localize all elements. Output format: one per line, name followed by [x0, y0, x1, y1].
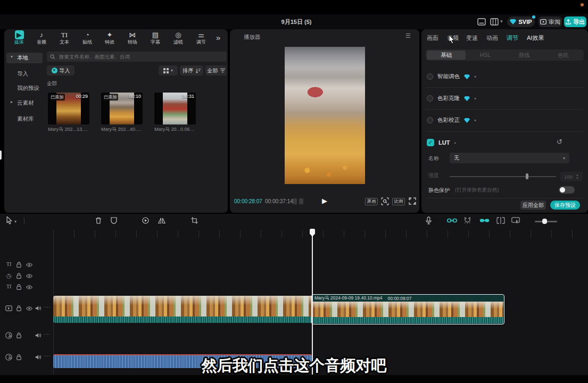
- lock-icon[interactable]: [16, 262, 21, 268]
- tool-filters[interactable]: ◎ 滤镜: [167, 30, 189, 47]
- export-button[interactable]: 导出: [564, 16, 586, 27]
- save-preset-button[interactable]: 保存预设: [550, 201, 580, 210]
- lut-name-select[interactable]: 无 ▾: [450, 153, 569, 163]
- subtab-color-wheel[interactable]: 色轮: [544, 51, 583, 60]
- play-button[interactable]: ▶: [322, 197, 327, 205]
- lock-icon[interactable]: [16, 305, 21, 311]
- tool-label: 媒体: [8, 39, 30, 45]
- tool-captions[interactable]: ▤ 字幕: [144, 30, 167, 47]
- sidebar-item-cloud[interactable]: ▸ 云素材: [6, 98, 43, 109]
- sidebar-item-local[interactable]: ▾ 本地: [6, 53, 43, 63]
- svip-button[interactable]: SVIP: [507, 16, 535, 27]
- tab-ai-effects[interactable]: AI效果: [527, 34, 544, 42]
- stepper-icon[interactable]: ▲▼: [576, 173, 579, 180]
- eye-icon[interactable]: [26, 306, 32, 311]
- titlebar: 9月15日 (5) ▾ SVIP 审阅 导出: [0, 0, 588, 29]
- tab-adjust[interactable]: 调节: [507, 34, 518, 42]
- row-color-correction[interactable]: 色彩校正 ▾: [427, 116, 583, 124]
- video-preview[interactable]: [285, 47, 365, 184]
- mask-icon[interactable]: [111, 217, 117, 224]
- ratio-button[interactable]: 比例: [392, 198, 405, 205]
- record-voiceover-icon[interactable]: [426, 217, 432, 224]
- speaker-icon[interactable]: [35, 332, 42, 338]
- select-tool-caret-icon[interactable]: ▾: [14, 217, 16, 227]
- tool-sticker[interactable]: ◔ 贴纸: [76, 30, 98, 47]
- tool-effects[interactable]: ✦ 特效: [98, 30, 121, 47]
- tab-animation[interactable]: 动画: [486, 34, 498, 42]
- sidebar-item-import[interactable]: 导入: [6, 69, 43, 79]
- speed-icon[interactable]: [142, 217, 149, 224]
- timeline-zoom-knob[interactable]: [542, 219, 547, 224]
- focus-zoom-icon[interactable]: [381, 197, 389, 205]
- layout-caret-icon[interactable]: ▾: [500, 19, 503, 24]
- audio-track-icon: [5, 332, 12, 339]
- lock-icon[interactable]: [16, 332, 21, 338]
- workspace-layout-icon[interactable]: [490, 18, 499, 26]
- select-tool-icon[interactable]: [6, 217, 13, 224]
- fullscreen-icon[interactable]: [409, 197, 416, 205]
- color-clone-toggle[interactable]: [427, 95, 433, 102]
- lut-reset-icon[interactable]: ↺: [557, 138, 562, 146]
- subtab-curves[interactable]: 曲线: [505, 51, 544, 60]
- timeline-ruler[interactable]: [53, 230, 588, 238]
- track-more-icon[interactable]: ···: [44, 331, 51, 337]
- project-title: 9月15日 (5): [241, 18, 352, 26]
- main-track-magnet-icon[interactable]: [447, 217, 457, 224]
- toolbar-divider: [24, 218, 24, 224]
- tab-speed[interactable]: 变速: [466, 34, 478, 42]
- search-input[interactable]: [58, 53, 218, 60]
- tool-media[interactable]: ▶ 媒体: [8, 30, 30, 47]
- player-layout-icon[interactable]: [477, 18, 486, 26]
- speaker-icon[interactable]: [35, 305, 42, 311]
- media-card[interactable]: 已添加 00:29 Mary马 202...13.01.mp4: [48, 93, 89, 132]
- tool-adjust[interactable]: ⚌ 调节: [190, 30, 212, 47]
- lut-strength-value-box[interactable]: 100 ▲▼: [560, 172, 583, 181]
- row-color-clone[interactable]: 色彩克隆 ▾: [427, 94, 583, 103]
- media-card[interactable]: 已添加 00:10 Mary马 202...40.10.mp4: [101, 93, 143, 132]
- selected-video-clip[interactable]: Mary马 2024-09-09 19.40.10.mp4 00:00:09:0…: [311, 294, 504, 324]
- tool-transitions[interactable]: ⋈ 转场: [121, 30, 144, 47]
- more-tools-icon[interactable]: »: [216, 33, 220, 42]
- tool-text[interactable]: TI 文本: [53, 30, 76, 47]
- sort-button[interactable]: 排序: [180, 65, 203, 76]
- player-menu-icon[interactable]: ☰: [405, 32, 411, 39]
- skin-protect-toggle[interactable]: [559, 186, 575, 194]
- caret-down-icon: ▾: [171, 68, 173, 73]
- auto-snap-icon[interactable]: [463, 217, 471, 224]
- color-correction-toggle[interactable]: [427, 117, 433, 123]
- subtab-basic[interactable]: 基础: [427, 51, 466, 60]
- apply-all-button[interactable]: 应用全部: [520, 201, 546, 210]
- import-button[interactable]: + 导入: [47, 65, 74, 76]
- review-button[interactable]: 审阅: [539, 16, 562, 27]
- row-smart-color[interactable]: 智能调色 ▾: [427, 72, 583, 81]
- mirror-icon[interactable]: [158, 217, 165, 224]
- sidebar-item-library[interactable]: 素材库: [6, 114, 43, 124]
- media-card[interactable]: 00:31 Mary马 20...0.06.mp4: [154, 93, 196, 132]
- crop-icon[interactable]: [191, 217, 198, 224]
- sidebar-item-my-presets[interactable]: 我的预设: [6, 83, 43, 94]
- tab-picture[interactable]: 画面: [427, 34, 438, 42]
- lut-strength-slider-handle[interactable]: [526, 173, 528, 179]
- quality-button[interactable]: 原画: [365, 198, 378, 205]
- search-icon: [50, 54, 55, 60]
- lut-checkbox[interactable]: ✓: [427, 139, 434, 146]
- playhead-line[interactable]: [312, 235, 313, 374]
- eye-icon[interactable]: [26, 274, 32, 278]
- eye-icon[interactable]: [26, 263, 32, 267]
- screen-preview-icon[interactable]: [511, 217, 520, 224]
- linkage-icon[interactable]: [479, 217, 490, 224]
- lock-icon[interactable]: [16, 284, 21, 290]
- tool-audio[interactable]: ♪ 音频: [30, 30, 53, 47]
- subtab-hsl[interactable]: HSL: [466, 51, 504, 60]
- eye-icon[interactable]: [26, 285, 32, 289]
- filter-button[interactable]: 全部: [205, 65, 227, 76]
- view-mode-selector[interactable]: ▾: [159, 65, 178, 76]
- track-more-icon[interactable]: ···: [44, 304, 51, 310]
- lut-strength-slider[interactable]: [450, 176, 556, 177]
- video-clip[interactable]: [53, 296, 312, 323]
- delete-icon[interactable]: [95, 217, 102, 224]
- preview-axis-icon[interactable]: [496, 217, 505, 224]
- smart-color-toggle[interactable]: [427, 73, 433, 80]
- lock-icon[interactable]: [16, 273, 21, 279]
- search-bar[interactable]: [47, 52, 227, 62]
